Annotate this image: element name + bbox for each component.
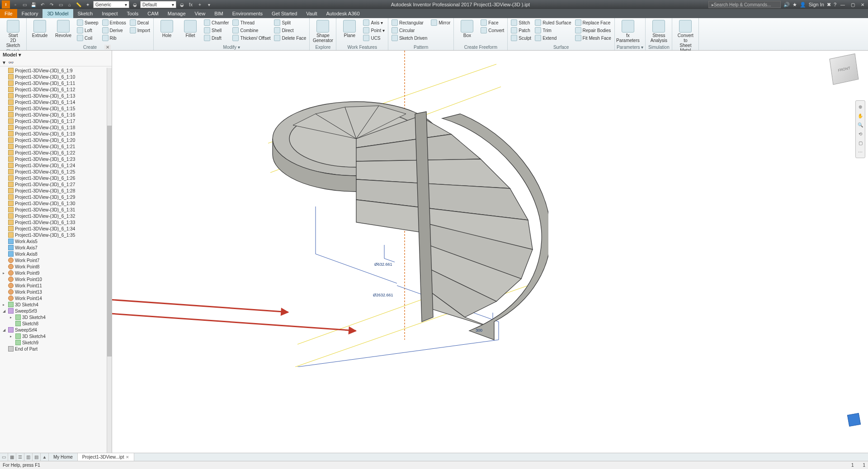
tree-item-work-point8[interactable]: Work Point8 bbox=[0, 263, 112, 270]
expander-icon[interactable]: ▸ bbox=[10, 334, 14, 338]
close-button[interactable]: ✕ bbox=[859, 1, 866, 8]
speech-icon[interactable]: 🔊 bbox=[783, 2, 790, 8]
face-button[interactable]: Face bbox=[479, 19, 505, 26]
tab-get-started[interactable]: Get Started bbox=[267, 9, 302, 18]
tree-item-work-point11[interactable]: Work Point11 bbox=[0, 282, 112, 289]
convert-button[interactable]: Convert bbox=[479, 27, 505, 34]
tree-item-project1-3dview-3d-6-1-12[interactable]: Project1-3DView-(3D)_6_1:12 bbox=[0, 86, 112, 93]
qat-save-icon[interactable]: 💾 bbox=[30, 1, 37, 8]
tab-manage[interactable]: Manage bbox=[163, 9, 190, 18]
tree-item-3d-sketch4[interactable]: ▸3D Sketch4 bbox=[0, 314, 112, 320]
axis--button[interactable]: Axis ▾ bbox=[362, 19, 386, 26]
tab-factory[interactable]: Factory bbox=[17, 9, 43, 18]
minimize-button[interactable]: — bbox=[839, 1, 846, 8]
point--button[interactable]: Point ▾ bbox=[362, 27, 386, 34]
tree-item-work-point10[interactable]: Work Point10 bbox=[0, 276, 112, 282]
tab-active-document[interactable]: Project1-3DView...ipt✕ bbox=[78, 453, 135, 461]
sketch-driven-button[interactable]: Sketch Driven bbox=[390, 34, 429, 42]
nav-lookat-icon[interactable]: ▢ bbox=[857, 139, 864, 147]
tree-item-project1-3dview-3d-6-1-20[interactable]: Project1-3DView-(3D)_6_1:20 bbox=[0, 137, 112, 143]
tree-item-work-axis5[interactable]: Work Axis5 bbox=[0, 238, 112, 244]
tree-item-project1-3dview-3d-6-1-25[interactable]: Project1-3DView-(3D)_6_1:25 bbox=[0, 169, 112, 175]
help-search-input[interactable]: ▸ Search Help & Commands... bbox=[708, 1, 781, 8]
find-icon[interactable]: 👓 bbox=[8, 60, 14, 65]
tree-item-project1-3dview-3d-6-1-29[interactable]: Project1-3DView-(3D)_6_1:29 bbox=[0, 194, 112, 200]
expander-icon[interactable]: ▸ bbox=[3, 271, 7, 275]
nav-orbit-icon[interactable]: ⟲ bbox=[857, 130, 864, 138]
tree-item-project1-3dview-3d-6-1-30[interactable]: Project1-3DView-(3D)_6_1:30 bbox=[0, 200, 112, 206]
tree-item-sketch9[interactable]: Sketch9 bbox=[0, 339, 112, 346]
scrollbar-thumb[interactable] bbox=[107, 126, 112, 356]
tree-item-sweepsrf4[interactable]: ◢SweepSrf4 bbox=[0, 327, 112, 333]
extrude-button[interactable]: Extrude bbox=[28, 19, 51, 39]
tab-sketch[interactable]: Sketch bbox=[73, 9, 98, 18]
qat-measure-icon[interactable]: 📏 bbox=[75, 1, 82, 8]
qat-misc-icon[interactable]: ✦ bbox=[84, 1, 91, 8]
combine-button[interactable]: Combine bbox=[231, 27, 272, 34]
tab-cam[interactable]: CAM bbox=[143, 9, 163, 18]
viewport[interactable]: FRONT ⊕ ✋ 🔍 ⟲ ▢ ⋯ bbox=[112, 51, 868, 453]
draft-button[interactable]: Draft bbox=[203, 34, 230, 42]
coil-button[interactable]: Coil bbox=[75, 34, 100, 42]
tab-tools[interactable]: Tools bbox=[123, 9, 143, 18]
app-logo[interactable]: I bbox=[2, 0, 10, 9]
tree-item-work-axis7[interactable]: Work Axis7 bbox=[0, 244, 112, 251]
ruled-surface-button[interactable]: Ruled Surface bbox=[533, 19, 572, 26]
mirror-button[interactable]: Mirror bbox=[429, 19, 452, 26]
nav-pan-icon[interactable]: ✋ bbox=[857, 112, 864, 120]
tree-item-project1-3dview-3d-6-1-35[interactable]: Project1-3DView-(3D)_6_1:35 bbox=[0, 232, 112, 238]
tab-bim[interactable]: BIM bbox=[210, 9, 228, 18]
tree-item-project1-3dview-3d-6-1-31[interactable]: Project1-3DView-(3D)_6_1:31 bbox=[0, 206, 112, 213]
viewcube[interactable]: FRONT bbox=[830, 53, 859, 85]
tree-item-work-point9[interactable]: ▸Work Point9 bbox=[0, 270, 112, 276]
tree-item-work-axis8[interactable]: Work Axis8 bbox=[0, 251, 112, 257]
replace-face-button[interactable]: Replace Face bbox=[574, 19, 613, 26]
tree-item-project1-3dview-3d-6-1-14[interactable]: Project1-3DView-(3D)_6_1:14 bbox=[0, 99, 112, 105]
expander-icon[interactable]: ◢ bbox=[3, 328, 7, 332]
tree-item-project1-3dview-3d-6-1-15[interactable]: Project1-3DView-(3D)_6_1:15 bbox=[0, 105, 112, 112]
tab-3d-model[interactable]: 3D Model bbox=[42, 9, 73, 18]
browser-close-button[interactable]: ✕ bbox=[104, 45, 111, 50]
tab-close-icon[interactable]: ✕ bbox=[126, 455, 129, 460]
loft-button[interactable]: Loft bbox=[75, 27, 100, 34]
tab-environments[interactable]: Environments bbox=[228, 9, 267, 18]
thread-button[interactable]: Thread bbox=[231, 19, 272, 26]
delete-face-button[interactable]: Delete Face bbox=[273, 34, 307, 42]
tree-item-project1-3dview-3d-6-1-9[interactable]: Project1-3DView-(3D)_6_1:9 bbox=[0, 67, 112, 74]
layout-up-icon[interactable]: ▲ bbox=[41, 453, 49, 461]
thicken-offset-button[interactable]: Thicken/ Offset bbox=[231, 34, 272, 42]
stitch-button[interactable]: Stitch bbox=[509, 19, 533, 26]
tree-item-work-point7[interactable]: Work Point7 bbox=[0, 257, 112, 263]
layout-list-icon[interactable]: ▤ bbox=[33, 453, 41, 461]
layout-single-icon[interactable]: ▭ bbox=[0, 453, 8, 461]
browser-tree[interactable]: Project1-3DView-(3D)_6_1:9Project1-3DVie… bbox=[0, 66, 112, 453]
nav-zoom-icon[interactable]: 🔍 bbox=[857, 121, 864, 129]
extend-button[interactable]: Extend bbox=[533, 34, 572, 42]
tree-item-project1-3dview-3d-6-1-27[interactable]: Project1-3DView-(3D)_6_1:27 bbox=[0, 181, 112, 188]
tree-item-project1-3dview-3d-6-1-17[interactable]: Project1-3DView-(3D)_6_1:17 bbox=[0, 118, 112, 124]
rib-button[interactable]: Rib bbox=[101, 34, 127, 42]
repair-bodies-button[interactable]: Repair Bodies bbox=[574, 27, 613, 34]
help-icon[interactable]: ? bbox=[834, 2, 836, 7]
tree-item-sketch8[interactable]: Sketch8 bbox=[0, 320, 112, 327]
tree-item-project1-3dview-3d-6-1-11[interactable]: Project1-3DView-(3D)_6_1:11 bbox=[0, 80, 112, 86]
tree-item-end-of-part[interactable]: End of Part bbox=[0, 346, 112, 352]
tree-item-3d-sketch4[interactable]: ▸3D Sketch4 bbox=[0, 333, 112, 339]
split-button[interactable]: Split bbox=[273, 19, 307, 26]
tree-item-work-point14[interactable]: Work Point14 bbox=[0, 295, 112, 301]
tree-item-project1-3dview-3d-6-1-18[interactable]: Project1-3DView-(3D)_6_1:18 bbox=[0, 124, 112, 131]
tree-item-3d-sketch4[interactable]: ▸3D Sketch4 bbox=[0, 301, 112, 308]
layout-grid-icon[interactable]: ▦ bbox=[8, 453, 16, 461]
expander-icon[interactable]: ◢ bbox=[3, 309, 7, 313]
tab-autodesk-a360[interactable]: Autodesk A360 bbox=[322, 9, 364, 18]
tree-item-project1-3dview-3d-6-1-13[interactable]: Project1-3DView-(3D)_6_1:13 bbox=[0, 93, 112, 99]
tab-file[interactable]: File bbox=[0, 9, 17, 18]
ucs-button[interactable]: UCS bbox=[362, 34, 386, 42]
tree-item-project1-3dview-3d-6-1-26[interactable]: Project1-3DView-(3D)_6_1:26 bbox=[0, 175, 112, 181]
material-dropdown[interactable]: Default▾ bbox=[140, 1, 176, 8]
start-2d-sketch-button[interactable]: Start2D Sketch bbox=[2, 19, 24, 49]
qat-undo-icon[interactable]: ↶ bbox=[39, 1, 46, 8]
revolve-button[interactable]: Revolve bbox=[52, 19, 75, 39]
expander-icon[interactable]: ▸ bbox=[10, 315, 14, 319]
star-icon[interactable]: ★ bbox=[793, 2, 797, 8]
